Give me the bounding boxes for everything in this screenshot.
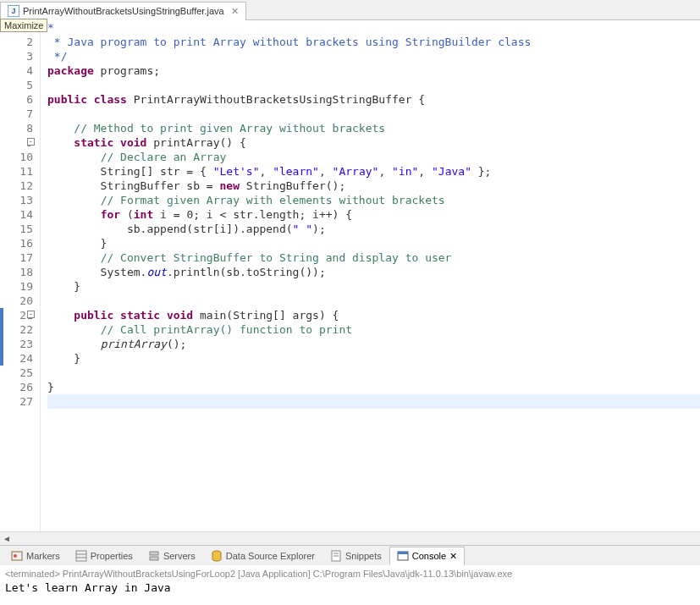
line-number: 18	[0, 265, 33, 279]
code-line[interactable]: }	[47, 380, 700, 394]
svg-rect-6	[150, 557, 158, 560]
line-number: 21-	[0, 308, 33, 322]
line-number: 8	[0, 121, 33, 135]
line-number: 10	[0, 150, 33, 164]
tab-servers[interactable]: Servers	[141, 547, 203, 565]
line-number: 13	[0, 193, 33, 207]
line-number: 20	[0, 294, 33, 308]
scroll-left-icon[interactable]: ◄	[0, 534, 14, 543]
code-line[interactable]: String[] str = { "Let's", "learn", "Arra…	[47, 164, 700, 179]
code-line[interactable]: // Call printArray() function to print	[47, 322, 700, 337]
horizontal-scrollbar[interactable]: ◄	[0, 531, 700, 545]
line-number: 27	[0, 394, 33, 409]
code-content[interactable]: * * Java program to print Array without …	[41, 20, 700, 531]
tab-data-source-explorer[interactable]: Data Source Explorer	[203, 547, 322, 565]
code-line[interactable]: }	[47, 351, 700, 366]
snippets-icon	[330, 550, 342, 562]
code-editor[interactable]: 23456789-101112131415161718192021-222324…	[0, 20, 700, 531]
line-number: 15	[0, 222, 33, 236]
code-line[interactable]	[47, 78, 700, 92]
line-number: 2	[0, 35, 33, 49]
code-line[interactable]: StringBuffer sb = new StringBuffer();	[47, 179, 700, 193]
console-status: <terminated> PrintArrayWithoutBracketsUs…	[5, 567, 695, 580]
tab-properties[interactable]: Properties	[68, 547, 141, 565]
code-line[interactable]: package programs;	[47, 63, 700, 78]
code-line[interactable]	[47, 294, 700, 308]
maximize-tooltip: Maximize	[0, 19, 47, 32]
line-number: 23	[0, 337, 33, 351]
code-line[interactable]: public static void main(String[] args) {	[47, 308, 700, 322]
line-number: 17	[0, 250, 33, 265]
close-icon[interactable]: ✕	[231, 6, 239, 17]
markers-icon	[11, 550, 23, 562]
servers-icon	[148, 550, 160, 562]
line-number: 9-	[0, 135, 33, 150]
code-line[interactable]: printArray();	[47, 337, 700, 351]
change-marker	[0, 308, 3, 322]
java-file-icon: J	[8, 5, 19, 17]
line-number: 7	[0, 107, 33, 121]
code-line[interactable]	[47, 366, 700, 380]
line-number: 12	[0, 179, 33, 193]
code-line[interactable]: *	[47, 20, 700, 35]
code-line[interactable]: // Method to print given Array without b…	[47, 121, 700, 135]
line-number: 4	[0, 63, 33, 78]
fold-toggle-icon[interactable]: -	[27, 138, 35, 146]
code-line[interactable]: static void printArray() {	[47, 135, 700, 150]
console-output: Let's learn Array in Java	[5, 580, 695, 596]
code-line[interactable]: // Declare an Array	[47, 150, 700, 164]
line-number: 25	[0, 366, 33, 380]
tab-console[interactable]: Console ✕	[389, 547, 465, 565]
code-line[interactable]	[47, 394, 700, 409]
tab-filename: PrintArrayWithoutBracketsUsingStringBuff…	[23, 6, 224, 16]
code-line[interactable]: for (int i = 0; i < str.length; i++) {	[47, 207, 700, 222]
code-line[interactable]: System.out.println(sb.toString());	[47, 265, 700, 279]
bottom-view-tabs: Markers Properties Servers Data Source E…	[0, 545, 700, 565]
code-line[interactable]: sb.append(str[i]).append(" ");	[47, 222, 700, 236]
console-view: <terminated> PrintArrayWithoutBracketsUs…	[0, 565, 700, 604]
line-number: 16	[0, 236, 33, 250]
line-number-gutter: 23456789-101112131415161718192021-222324…	[0, 20, 41, 531]
line-number: 24	[0, 351, 33, 366]
change-marker	[0, 322, 3, 337]
code-line[interactable]: }	[47, 236, 700, 250]
properties-icon	[75, 550, 87, 562]
svg-rect-5	[150, 552, 158, 555]
code-line[interactable]	[47, 107, 700, 121]
tab-snippets[interactable]: Snippets	[322, 547, 389, 565]
line-number: 26	[0, 380, 33, 394]
line-number: 11	[0, 164, 33, 179]
code-line[interactable]: */	[47, 49, 700, 63]
line-number: 22	[0, 322, 33, 337]
line-number: 6	[0, 92, 33, 107]
code-line[interactable]: }	[47, 279, 700, 294]
code-line[interactable]: * Java program to print Array without br…	[47, 35, 700, 49]
code-line[interactable]: // Format given Array with elements with…	[47, 193, 700, 207]
console-icon	[397, 550, 409, 562]
editor-tab[interactable]: J PrintArrayWithoutBracketsUsingStringBu…	[0, 2, 246, 20]
line-number: 14	[0, 207, 33, 222]
database-icon	[211, 550, 223, 562]
editor-tab-bar: J PrintArrayWithoutBracketsUsingStringBu…	[0, 0, 700, 20]
svg-rect-12	[398, 552, 408, 554]
fold-toggle-icon[interactable]: -	[27, 311, 35, 318]
svg-point-1	[14, 554, 17, 558]
svg-rect-2	[76, 551, 86, 561]
line-number: 19	[0, 279, 33, 294]
code-line[interactable]: // Convert StringBuffer to String and di…	[47, 250, 700, 265]
code-line[interactable]: public class PrintArrayWithoutBracketsUs…	[47, 92, 700, 107]
line-number: 5	[0, 78, 33, 92]
close-icon[interactable]: ✕	[449, 551, 457, 562]
change-marker	[0, 337, 3, 351]
change-marker	[0, 351, 3, 366]
tab-markers[interactable]: Markers	[3, 547, 68, 565]
line-number: 3	[0, 49, 33, 63]
